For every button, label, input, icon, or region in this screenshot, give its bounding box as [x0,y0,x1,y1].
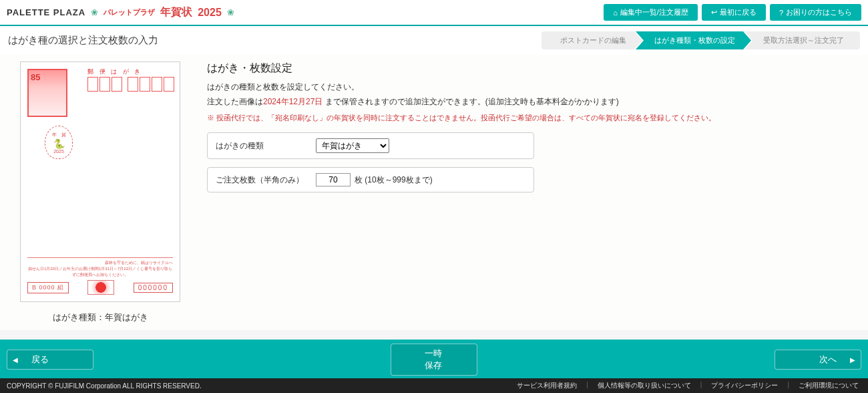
separator: | [785,381,792,390]
edit-list-label: 編集中一覧/注文履歴 [620,7,688,17]
zip-box [140,77,150,92]
type-row: はがきの種類 年賀はがき [207,132,534,159]
sublogo: パレットプラザ [103,7,155,17]
next-button[interactable]: 次へ [775,350,861,370]
stamp-area: 85 [27,69,67,117]
lottery-number: 000000 [134,283,173,293]
copyright-text: COPYRIGHT © FUJIFILM Corporation ALL RIG… [7,382,202,390]
caption-label: はがき種類： [53,312,105,322]
yubin-label: 郵 便 は が き [87,68,142,76]
caption-value: 年賀はがき [105,312,148,322]
separator: | [698,381,705,390]
header-buttons: ⌂ 編集中一覧/注文履歴 ↩ 最初に戻る ? お困りの方はこちら [604,4,861,21]
main-content: 85 郵 便 は が き 年 賀 🐍 2025 森林を守るために、紙はリサイクル… [0,55,868,330]
copyright-bar: COPYRIGHT © FUJIFILM Corporation ALL RIG… [0,378,868,393]
footer-link-privacy-info[interactable]: 個人情報等の取り扱いについて [595,381,694,390]
preview-caption: はがき種類：年賀はがき [13,311,187,323]
qty-suffix: 枚 (10枚～999枚まで) [355,174,433,186]
back-label: 戻る [31,354,49,366]
form-title: はがき・枚数設定 [207,61,855,76]
zip-box [164,77,174,92]
postcard-preview: 85 郵 便 は が き 年 賀 🐍 2025 森林を守るために、紙はリサイクル… [20,61,180,302]
nenga-text: 年賀状 [160,5,192,19]
zip-box [87,77,98,92]
qty-label: ご注文枚数（半角のみ） [216,174,316,186]
logo-area: PALETTE PLAZA ❀ パレットプラザ 年賀状 2025 ❀ [7,5,234,19]
footer-link-privacy-policy[interactable]: プライバシーポリシー [708,381,781,390]
zip-boxes [87,77,174,92]
form-desc-2: 注文した画像は2024年12月27日 まで保管されますので追加注文ができます。(… [207,96,855,108]
help-icon: ? [779,9,783,17]
page-title: はがき種の選択と注文枚数の入力 [8,34,158,47]
zip-box [128,77,138,92]
preview-column: 85 郵 便 は が き 年 賀 🐍 2025 森林を守るために、紙はリサイクル… [13,61,187,323]
edit-list-button[interactable]: ⌂ 編集中一覧/注文履歴 [604,4,698,21]
recycle-text: 森林を守るために、紙はリサイクルへ [27,260,173,266]
back-icon: ↩ [711,8,717,17]
next-label: 次へ [819,354,837,366]
qty-input[interactable] [316,173,351,186]
help-label: お困りの方はこちら [786,7,852,17]
form-desc-1: はがきの種類と枚数を設定してください。 [207,81,855,93]
lottery-group: B 0000 組 [27,282,69,293]
stamp-value: 85 [31,72,40,82]
zodiac-icon: 🐍 [53,138,65,149]
desc-date: 2024年12月27日 [263,97,322,106]
zip-box [112,77,122,92]
year-text: 2025 [198,7,222,19]
back-top-button[interactable]: ↩ 最初に戻る [702,4,766,21]
nenga-mark-top: 年 賀 [52,132,66,138]
save-button[interactable]: 一時保存 [391,344,477,376]
bottom-strip: 森林を守るために、紙はリサイクルへ 抽せん日1月20日／お年玉のお届け期間1月3… [27,257,173,295]
zip-box [99,77,110,92]
separator: | [584,381,591,390]
footer-links: サービス利用者規約 | 個人情報等の取り扱いについて | プライバシーポリシー … [514,381,861,390]
step-2: はがき種類・枚数の設定 [636,31,751,49]
lottery-info: 抽せん日1月20日／お年玉のお届け期間1月31日～7月22日／くじ番号を切り取ら… [27,266,173,278]
form-column: はがき・枚数設定 はがきの種類と枚数を設定してください。 注文した画像は2024… [207,61,855,323]
desc2a: 注文した画像は [207,97,263,106]
qty-row: ご注文枚数（半角のみ） 枚 (10枚～999枚まで) [207,167,534,192]
type-label: はがきの種類 [216,140,316,152]
step-1: ポストカードの編集 [541,31,642,49]
footer-link-terms[interactable]: サービス利用者規約 [514,381,580,390]
nenga-stamp-icon: 年 賀 🐍 2025 [45,126,73,159]
footer-action-bar: 戻る 一時保存 次へ [0,340,868,380]
help-button[interactable]: ? お困りの方はこちら [770,4,861,21]
subheader: はがき種の選択と注文枚数の入力 ポストカードの編集 はがき種類・枚数の設定 受取… [0,26,868,55]
lottery-icon [87,280,114,295]
back-button[interactable]: 戻る [7,350,93,370]
save-label: 一時保存 [425,348,443,372]
nenga-mark-year: 2025 [53,149,64,154]
decor-icon: ❀ [91,7,98,17]
back-top-label: 最初に戻る [720,7,756,17]
step-3: 受取方法選択～注文完了 [744,31,860,49]
lottery-row: B 0000 組 000000 [27,280,173,295]
type-select[interactable]: 年賀はがき [316,138,389,153]
step-indicator: ポストカードの編集 はがき種類・枚数の設定 受取方法選択～注文完了 [541,31,860,49]
zip-box [152,77,162,92]
decor-icon: ❀ [227,7,234,17]
form-warning: ※ 投函代行では、「宛名印刷なし」の年賀状を同時に注文することはできません。投函… [207,113,855,123]
header-bar: PALETTE PLAZA ❀ パレットプラザ 年賀状 2025 ❀ ⌂ 編集中… [0,0,868,26]
footer-link-env[interactable]: ご利用環境について [796,381,861,390]
logo: PALETTE PLAZA [7,7,85,17]
home-icon: ⌂ [613,9,618,17]
desc2b: まで保管されますので追加注文ができます。(追加注文時も基本料金がかかります) [322,97,618,106]
